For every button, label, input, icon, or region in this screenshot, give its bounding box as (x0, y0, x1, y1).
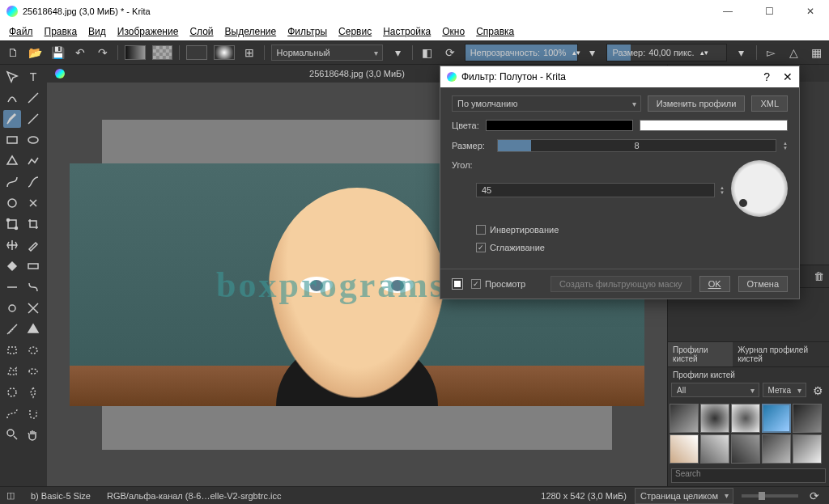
erase-toggle-icon[interactable]: ◧ (419, 44, 436, 61)
fg-color-swatch[interactable] (186, 45, 207, 60)
tool-transform[interactable] (3, 215, 21, 233)
brush-filter-all[interactable]: All (671, 383, 759, 397)
brush-tag-settings-icon[interactable]: ⚙ (810, 383, 826, 399)
blend-mode-select[interactable]: Нормальный (271, 44, 384, 61)
tool-fill[interactable] (3, 257, 21, 275)
size-slider[interactable]: Размер: 40,00 пикс. ▴▾ (606, 44, 726, 61)
menu-edit[interactable]: Правка (40, 24, 82, 39)
tool-gradient[interactable] (24, 257, 42, 275)
tool-zoom[interactable] (3, 426, 21, 443)
tool-smart-fill[interactable] (3, 299, 21, 317)
tool-measure[interactable] (3, 320, 21, 338)
brush-preset[interactable] (670, 404, 699, 433)
tool-brush[interactable] (3, 110, 21, 128)
preview-checkbox[interactable]: ✓Просмотр (471, 279, 525, 289)
mirror-h-icon[interactable]: ▻ (763, 44, 780, 61)
delete-layer-icon[interactable]: 🗑 (814, 270, 824, 282)
reload-preset-icon[interactable]: ⟳ (442, 44, 458, 61)
size-slider-input[interactable]: 8 (497, 139, 776, 152)
brush-preset[interactable] (700, 404, 729, 433)
blend-dropdown-icon[interactable]: ▾ (389, 44, 406, 61)
dialog-close-button[interactable]: ✕ (783, 70, 793, 83)
close-button[interactable]: ✕ (798, 2, 823, 20)
menu-view[interactable]: Вид (84, 24, 110, 39)
opacity-slider[interactable]: Непрозрачность: 100% ▴▾ (465, 44, 578, 61)
tool-bezier[interactable] (3, 173, 21, 191)
size-spinner[interactable]: ▲▼ (783, 141, 788, 150)
invert-checkbox[interactable]: Инвертирование (476, 225, 559, 235)
dialog-titlebar[interactable]: Фильтр: Полутон - Krita ? ✕ (440, 66, 799, 87)
menu-tools[interactable]: Сервис (334, 24, 376, 39)
edit-profiles-button[interactable]: Изменить профили (648, 95, 746, 112)
tool-move-layer[interactable] (3, 236, 21, 254)
tool-calligraphy[interactable] (24, 89, 42, 107)
brush-preset[interactable] (700, 434, 729, 464)
pattern-swatch[interactable] (152, 45, 173, 60)
tool-assistant[interactable] (24, 299, 42, 317)
brush-preset[interactable] (793, 434, 822, 464)
gradient-swatch[interactable] (125, 45, 146, 60)
brush-preset-swatch[interactable] (214, 45, 235, 60)
tool-crop[interactable] (24, 215, 42, 233)
xml-button[interactable]: XML (751, 95, 788, 112)
size-dropdown-icon[interactable]: ▾ (733, 44, 750, 61)
brush-preset[interactable] (670, 434, 699, 464)
tool-sel-poly[interactable] (3, 362, 21, 380)
brush-preset[interactable] (762, 404, 791, 433)
tool-reference[interactable] (24, 320, 42, 338)
tool-freehand-path[interactable] (24, 173, 42, 191)
brush-preset[interactable] (731, 434, 760, 464)
tool-sel-contig[interactable] (24, 383, 42, 401)
save-file-icon[interactable]: 💾 (50, 44, 66, 61)
tool-polygon[interactable] (3, 152, 21, 170)
cancel-button[interactable]: Отмена (738, 276, 788, 292)
menu-settings[interactable]: Настройка (379, 24, 435, 39)
undo-icon[interactable]: ↶ (72, 44, 88, 61)
menu-help[interactable]: Справка (472, 24, 518, 39)
zoom-slider[interactable] (742, 494, 798, 498)
antialias-checkbox[interactable]: ✓Сглаживание (476, 243, 545, 252)
brush-settings-icon[interactable]: ⊞ (241, 44, 257, 61)
tool-deform[interactable] (24, 278, 42, 296)
tool-sel-bezier[interactable] (3, 404, 21, 422)
tool-text[interactable]: T (24, 68, 42, 86)
status-sel-icon[interactable]: ◫ (6, 490, 15, 501)
tool-line[interactable] (24, 110, 42, 128)
tool-sel-rect[interactable] (3, 341, 21, 359)
menu-filter[interactable]: Фильтры (283, 24, 331, 39)
wrap-icon[interactable]: ▦ (808, 44, 824, 61)
minimize-button[interactable]: — (715, 2, 741, 20)
tool-pattern-edit[interactable] (3, 278, 21, 296)
tool-multibrush[interactable] (24, 194, 42, 212)
redo-icon[interactable]: ↷ (95, 44, 111, 61)
brush-filter-tag[interactable]: Метка (763, 383, 806, 397)
tool-edit-shape[interactable] (3, 89, 21, 107)
tool-polyline[interactable] (24, 152, 42, 170)
preset-select[interactable]: По умолчанию (452, 95, 641, 112)
tab-brush-presets[interactable]: Профили кистей (668, 342, 733, 366)
brush-preset[interactable] (731, 404, 760, 433)
menu-window[interactable]: Окно (438, 24, 469, 39)
brush-search-input[interactable]: Search (671, 468, 826, 483)
color-bg-swatch[interactable] (640, 120, 788, 131)
angle-dial[interactable] (731, 160, 788, 217)
open-file-icon[interactable]: 📂 (28, 44, 44, 61)
rotate-canvas-icon[interactable]: ⟳ (806, 488, 823, 504)
angle-spinner[interactable]: ▲▼ (720, 185, 725, 195)
brush-preset[interactable] (793, 404, 822, 433)
tool-pan[interactable] (24, 426, 42, 443)
tool-move[interactable] (3, 68, 21, 86)
menu-select[interactable]: Выделение (221, 24, 281, 39)
dialog-help-button[interactable]: ? (763, 70, 770, 83)
mirror-v-icon[interactable]: △ (785, 44, 801, 61)
tool-rect[interactable] (3, 131, 21, 149)
opacity-dropdown-icon[interactable]: ▾ (585, 44, 601, 61)
menu-image[interactable]: Изображение (113, 24, 183, 39)
brush-preset[interactable] (762, 434, 791, 464)
tool-ellipse[interactable] (24, 131, 42, 149)
tool-picker[interactable] (24, 236, 42, 254)
maximize-button[interactable]: ☐ (757, 2, 782, 20)
tool-sel-free[interactable] (24, 362, 42, 380)
tool-dynamic[interactable] (3, 194, 21, 212)
menu-file[interactable]: Файл (5, 24, 37, 39)
